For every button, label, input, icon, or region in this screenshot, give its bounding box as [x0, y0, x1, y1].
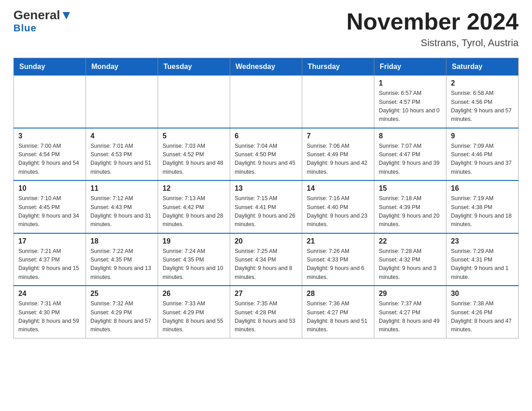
- calendar-cell: 5Sunrise: 7:03 AM Sunset: 4:52 PM Daylig…: [158, 128, 230, 181]
- day-info: Sunrise: 7:26 AM Sunset: 4:33 PM Dayligh…: [307, 247, 369, 282]
- calendar-cell: 12Sunrise: 7:13 AM Sunset: 4:42 PM Dayli…: [158, 180, 230, 233]
- day-info: Sunrise: 7:31 AM Sunset: 4:30 PM Dayligh…: [18, 300, 81, 334]
- calendar-cell: 19Sunrise: 7:24 AM Sunset: 4:35 PM Dayli…: [158, 233, 230, 286]
- day-number: 14: [307, 184, 369, 193]
- calendar-table: SundayMondayTuesdayWednesdayThursdayFrid…: [13, 58, 519, 338]
- calendar-cell: 2Sunrise: 6:58 AM Sunset: 4:56 PM Daylig…: [446, 76, 519, 128]
- day-header-thursday: Thursday: [302, 58, 374, 76]
- day-info: Sunrise: 7:28 AM Sunset: 4:32 PM Dayligh…: [379, 247, 442, 282]
- calendar-cell: 27Sunrise: 7:35 AM Sunset: 4:28 PM Dayli…: [230, 286, 302, 338]
- calendar-cell: 20Sunrise: 7:25 AM Sunset: 4:34 PM Dayli…: [230, 233, 302, 286]
- logo: General▼ Blue: [13, 9, 73, 34]
- calendar-cell: 29Sunrise: 7:37 AM Sunset: 4:27 PM Dayli…: [374, 286, 446, 338]
- day-number: 2: [451, 79, 514, 87]
- day-number: 29: [379, 290, 442, 298]
- day-info: Sunrise: 7:09 AM Sunset: 4:46 PM Dayligh…: [451, 142, 514, 177]
- calendar-cell: [302, 76, 374, 128]
- day-info: Sunrise: 7:15 AM Sunset: 4:41 PM Dayligh…: [235, 194, 297, 229]
- calendar-week-row: 17Sunrise: 7:21 AM Sunset: 4:37 PM Dayli…: [14, 233, 519, 286]
- calendar-week-row: 24Sunrise: 7:31 AM Sunset: 4:30 PM Dayli…: [14, 286, 519, 338]
- day-number: 20: [235, 237, 297, 245]
- day-number: 28: [307, 290, 369, 298]
- calendar-cell: 9Sunrise: 7:09 AM Sunset: 4:46 PM Daylig…: [446, 128, 519, 181]
- day-header-friday: Friday: [374, 58, 446, 76]
- day-number: 18: [90, 237, 153, 245]
- logo-triangle-icon: ▼: [60, 8, 73, 22]
- day-header-sunday: Sunday: [14, 58, 86, 76]
- day-number: 8: [379, 132, 442, 140]
- day-number: 27: [235, 290, 297, 298]
- day-info: Sunrise: 7:07 AM Sunset: 4:47 PM Dayligh…: [379, 142, 442, 177]
- day-info: Sunrise: 7:13 AM Sunset: 4:42 PM Dayligh…: [163, 194, 225, 229]
- calendar-cell: 24Sunrise: 7:31 AM Sunset: 4:30 PM Dayli…: [14, 286, 86, 338]
- calendar-cell: 28Sunrise: 7:36 AM Sunset: 4:27 PM Dayli…: [302, 286, 374, 338]
- day-number: 7: [307, 132, 369, 140]
- day-info: Sunrise: 7:38 AM Sunset: 4:26 PM Dayligh…: [451, 300, 514, 334]
- day-info: Sunrise: 7:06 AM Sunset: 4:49 PM Dayligh…: [307, 142, 369, 177]
- calendar-week-row: 1Sunrise: 6:57 AM Sunset: 4:57 PM Daylig…: [14, 76, 519, 128]
- day-number: 10: [18, 184, 81, 193]
- day-info: Sunrise: 7:32 AM Sunset: 4:29 PM Dayligh…: [90, 300, 153, 334]
- day-info: Sunrise: 7:19 AM Sunset: 4:38 PM Dayligh…: [451, 194, 514, 229]
- day-number: 15: [379, 184, 442, 193]
- day-info: Sunrise: 7:10 AM Sunset: 4:45 PM Dayligh…: [18, 194, 81, 229]
- day-info: Sunrise: 7:33 AM Sunset: 4:29 PM Dayligh…: [163, 300, 225, 334]
- day-info: Sunrise: 6:58 AM Sunset: 4:56 PM Dayligh…: [451, 89, 514, 124]
- calendar-header-row: SundayMondayTuesdayWednesdayThursdayFrid…: [14, 58, 519, 76]
- day-info: Sunrise: 7:25 AM Sunset: 4:34 PM Dayligh…: [235, 247, 297, 282]
- calendar-cell: 1Sunrise: 6:57 AM Sunset: 4:57 PM Daylig…: [374, 76, 446, 128]
- calendar-cell: 18Sunrise: 7:22 AM Sunset: 4:35 PM Dayli…: [86, 233, 158, 286]
- calendar-cell: [158, 76, 230, 128]
- day-header-wednesday: Wednesday: [230, 58, 302, 76]
- calendar-cell: [86, 76, 158, 128]
- calendar-cell: 10Sunrise: 7:10 AM Sunset: 4:45 PM Dayli…: [14, 180, 86, 233]
- day-number: 17: [18, 237, 81, 245]
- day-number: 22: [379, 237, 442, 245]
- day-number: 6: [235, 132, 297, 140]
- calendar-cell: 4Sunrise: 7:01 AM Sunset: 4:53 PM Daylig…: [86, 128, 158, 181]
- calendar-cell: 30Sunrise: 7:38 AM Sunset: 4:26 PM Dayli…: [446, 286, 519, 338]
- calendar-cell: 25Sunrise: 7:32 AM Sunset: 4:29 PM Dayli…: [86, 286, 158, 338]
- day-number: 13: [235, 184, 297, 193]
- calendar-cell: 3Sunrise: 7:00 AM Sunset: 4:54 PM Daylig…: [14, 128, 86, 181]
- day-header-tuesday: Tuesday: [158, 58, 230, 76]
- day-info: Sunrise: 6:57 AM Sunset: 4:57 PM Dayligh…: [379, 89, 442, 124]
- day-number: 16: [451, 184, 514, 193]
- day-info: Sunrise: 7:04 AM Sunset: 4:50 PM Dayligh…: [235, 142, 297, 177]
- day-header-saturday: Saturday: [446, 58, 519, 76]
- day-info: Sunrise: 7:29 AM Sunset: 4:31 PM Dayligh…: [451, 247, 514, 282]
- day-info: Sunrise: 7:21 AM Sunset: 4:37 PM Dayligh…: [18, 247, 81, 282]
- calendar-cell: 15Sunrise: 7:18 AM Sunset: 4:39 PM Dayli…: [374, 180, 446, 233]
- day-number: 11: [90, 184, 153, 193]
- title-area: November 2024 Sistrans, Tyrol, Austria: [347, 9, 519, 49]
- day-number: 1: [379, 79, 442, 87]
- day-info: Sunrise: 7:03 AM Sunset: 4:52 PM Dayligh…: [163, 142, 225, 177]
- day-number: 4: [90, 132, 153, 140]
- calendar-cell: 26Sunrise: 7:33 AM Sunset: 4:29 PM Dayli…: [158, 286, 230, 338]
- day-info: Sunrise: 7:00 AM Sunset: 4:54 PM Dayligh…: [18, 142, 81, 177]
- calendar-cell: 17Sunrise: 7:21 AM Sunset: 4:37 PM Dayli…: [14, 233, 86, 286]
- day-info: Sunrise: 7:36 AM Sunset: 4:27 PM Dayligh…: [307, 300, 369, 334]
- day-number: 12: [163, 184, 225, 193]
- calendar-cell: 8Sunrise: 7:07 AM Sunset: 4:47 PM Daylig…: [374, 128, 446, 181]
- day-number: 5: [163, 132, 225, 140]
- calendar-cell: 22Sunrise: 7:28 AM Sunset: 4:32 PM Dayli…: [374, 233, 446, 286]
- calendar-cell: 21Sunrise: 7:26 AM Sunset: 4:33 PM Dayli…: [302, 233, 374, 286]
- day-number: 23: [451, 237, 514, 245]
- day-info: Sunrise: 7:18 AM Sunset: 4:39 PM Dayligh…: [379, 194, 442, 229]
- calendar-cell: 16Sunrise: 7:19 AM Sunset: 4:38 PM Dayli…: [446, 180, 519, 233]
- day-header-monday: Monday: [86, 58, 158, 76]
- day-info: Sunrise: 7:24 AM Sunset: 4:35 PM Dayligh…: [163, 247, 225, 282]
- calendar-cell: 23Sunrise: 7:29 AM Sunset: 4:31 PM Dayli…: [446, 233, 519, 286]
- calendar-week-row: 10Sunrise: 7:10 AM Sunset: 4:45 PM Dayli…: [14, 180, 519, 233]
- day-info: Sunrise: 7:01 AM Sunset: 4:53 PM Dayligh…: [90, 142, 153, 177]
- day-number: 24: [18, 290, 81, 298]
- day-number: 25: [90, 290, 153, 298]
- logo-blue: Blue: [13, 22, 37, 34]
- day-info: Sunrise: 7:12 AM Sunset: 4:43 PM Dayligh…: [90, 194, 153, 229]
- calendar-title: November 2024: [347, 9, 519, 34]
- calendar-cell: 7Sunrise: 7:06 AM Sunset: 4:49 PM Daylig…: [302, 128, 374, 181]
- calendar-cell: 6Sunrise: 7:04 AM Sunset: 4:50 PM Daylig…: [230, 128, 302, 181]
- calendar-cell: [230, 76, 302, 128]
- calendar-subtitle: Sistrans, Tyrol, Austria: [347, 37, 519, 49]
